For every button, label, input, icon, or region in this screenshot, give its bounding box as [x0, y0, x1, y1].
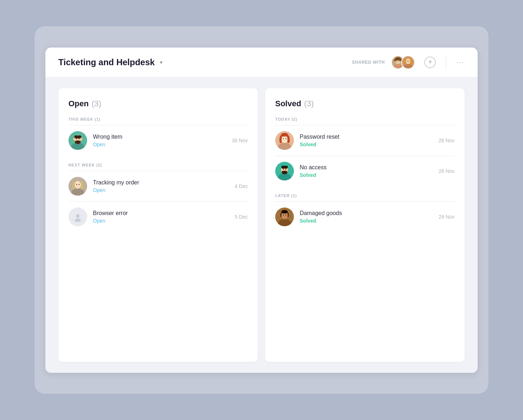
svg-point-39	[285, 138, 286, 139]
svg-point-12	[406, 59, 410, 64]
ticket-info-no-access: No access Solved	[300, 164, 433, 178]
solved-column: Solved (3) TODAY (2)	[265, 88, 465, 362]
open-column-title: Open (3)	[68, 99, 248, 108]
avatar-group	[391, 55, 415, 69]
ticket-status-no-access: Solved	[300, 172, 433, 178]
svg-point-29	[76, 184, 77, 185]
svg-point-4	[397, 61, 398, 61]
header: Ticketing and Helpdesk ▾ SHARED WITH	[45, 48, 478, 77]
svg-point-28	[75, 182, 81, 188]
svg-point-14	[409, 61, 410, 61]
ticket-status-browser-error: Open	[93, 218, 229, 224]
next-week-section: NEXT WEEK (2)	[68, 163, 248, 232]
ticket-name-wrong-item: Wrong item	[93, 134, 226, 140]
avatar-damaged-goods	[275, 207, 294, 226]
app-window: Ticketing and Helpdesk ▾ SHARED WITH	[45, 48, 478, 373]
this-week-section: THIS WEEK (1)	[68, 117, 248, 156]
svg-point-23	[80, 138, 82, 140]
svg-point-45	[283, 169, 284, 170]
ticket-date-password-reset: 26 Nov	[439, 138, 455, 143]
ticket-name-no-access: No access	[300, 164, 433, 171]
svg-point-53	[283, 214, 284, 215]
next-week-label: NEXT WEEK (2)	[68, 163, 248, 171]
solved-title-text: Solved	[275, 99, 301, 108]
header-right: SHARED WITH	[352, 55, 465, 69]
ticket-no-access[interactable]: No access Solved 26 Nov	[275, 156, 455, 186]
header-divider	[446, 56, 446, 69]
ticket-date-damaged-goods: 29 Nov	[439, 214, 455, 220]
ticket-browser-error[interactable]: Browser error Open 5 Dec	[68, 202, 248, 232]
svg-point-54	[285, 214, 286, 215]
later-label: LATER (1)	[275, 193, 455, 202]
header-left: Ticketing and Helpdesk ▾	[58, 57, 162, 67]
avatar-tracking-order	[68, 177, 87, 196]
today-label: TODAY (2)	[275, 117, 455, 125]
svg-point-13	[407, 61, 408, 61]
today-section: TODAY (2)	[275, 117, 455, 186]
ticket-name-browser-error: Browser error	[93, 210, 229, 216]
ticket-info-wrong-item: Wrong item Open	[93, 134, 226, 147]
dropdown-arrow-icon[interactable]: ▾	[160, 59, 162, 65]
svg-point-40	[281, 133, 288, 137]
ticket-name-tracking-order: Tracking my order	[93, 179, 229, 186]
ticket-damaged-goods[interactable]: Damaged goods Solved 29 Nov	[275, 202, 455, 232]
svg-rect-21	[74, 135, 81, 138]
ticket-info-password-reset: Password reset Solved	[300, 134, 433, 147]
svg-point-8	[395, 57, 401, 60]
ticket-status-password-reset: Solved	[300, 142, 433, 147]
avatar-browser-error	[68, 207, 87, 226]
svg-point-5	[399, 61, 399, 61]
page-title: Ticketing and Helpdesk	[58, 57, 155, 67]
svg-point-37	[282, 136, 287, 142]
outer-frame: Ticketing and Helpdesk ▾ SHARED WITH	[35, 26, 488, 394]
ticket-name-damaged-goods: Damaged goods	[300, 210, 433, 216]
ticket-status-tracking-order: Open	[93, 187, 229, 193]
ticket-date-browser-error: 5 Dec	[234, 214, 248, 220]
later-section: LATER (1)	[275, 193, 455, 232]
ticket-password-reset[interactable]: Password reset Solved 26 Nov	[275, 125, 455, 156]
ticket-date-tracking-order: 4 Dec	[234, 183, 248, 189]
this-week-label: THIS WEEK (1)	[68, 117, 248, 125]
ticket-info-browser-error: Browser error Open	[93, 210, 229, 224]
solved-column-title: Solved (3)	[275, 99, 455, 108]
open-column: Open (3) THIS WEEK (1)	[58, 88, 258, 362]
ticket-info-damaged-goods: Damaged goods Solved	[300, 210, 433, 224]
ticket-status-wrong-item: Open	[93, 142, 226, 147]
ticket-date-wrong-item: 30 Nov	[232, 138, 248, 143]
ticket-name-password-reset: Password reset	[300, 134, 433, 140]
ticket-tracking-order[interactable]: Tracking my order Open 4 Dec	[68, 171, 248, 202]
avatar-password-reset	[275, 131, 294, 150]
avatar-wrong-item	[68, 131, 87, 150]
avatar-no-access	[275, 162, 294, 180]
solved-count: (3)	[304, 99, 314, 108]
svg-point-30	[79, 184, 80, 185]
ticket-date-no-access: 26 Nov	[439, 168, 455, 174]
svg-point-22	[73, 138, 75, 140]
more-options-button[interactable]: ···	[456, 58, 465, 66]
open-title-text: Open	[68, 99, 89, 108]
svg-point-55	[281, 210, 288, 214]
svg-point-32	[76, 214, 80, 218]
svg-rect-47	[281, 166, 288, 169]
ticket-status-damaged-goods: Solved	[300, 218, 433, 224]
ticket-info-tracking-order: Tracking my order Open	[93, 179, 229, 193]
svg-point-46	[285, 169, 286, 170]
ticket-wrong-item[interactable]: Wrong item Open 30 Nov	[68, 125, 248, 156]
shared-with-label: SHARED WITH	[352, 60, 385, 65]
add-shared-user-button[interactable]: +	[424, 57, 436, 68]
open-count: (3)	[91, 99, 101, 108]
svg-point-38	[283, 138, 284, 139]
avatar-user-2[interactable]	[401, 55, 415, 69]
main-content: Open (3) THIS WEEK (1)	[45, 77, 478, 373]
